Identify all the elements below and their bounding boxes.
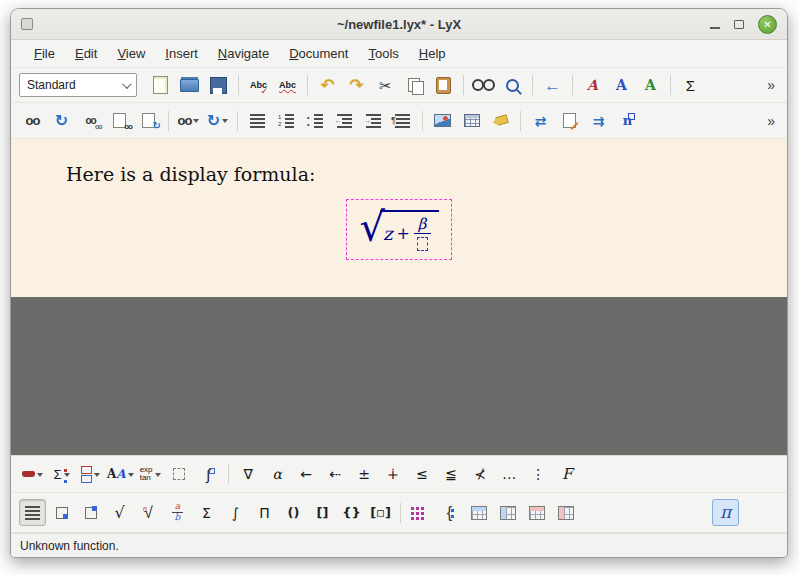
update-other-formats-dropdown[interactable]: ↻	[204, 107, 231, 134]
numbered-list-button[interactable]	[273, 107, 300, 134]
math-spacing-button[interactable]	[166, 461, 193, 488]
empty-placeholder-box[interactable]	[417, 237, 428, 251]
paragraph-align-button[interactable]	[244, 107, 271, 134]
menu-item-navigate[interactable]: Navigate	[209, 42, 278, 65]
dashed-arrow-button[interactable]: ⇠	[322, 461, 349, 488]
insert-note-button[interactable]: n	[614, 107, 641, 134]
new-document-button[interactable]	[147, 72, 174, 99]
add-row-button[interactable]	[465, 499, 492, 526]
brackets-button[interactable]: []	[309, 499, 336, 526]
display-formula-toggle[interactable]	[19, 499, 46, 526]
parentheses-button[interactable]: ()	[280, 499, 307, 526]
braces-button[interactable]: {}	[338, 499, 365, 526]
fraction-style-dropdown[interactable]	[77, 461, 104, 488]
math-function-dropdown[interactable]: exp tan	[137, 461, 164, 488]
math-font-dropdown[interactable]: AA	[106, 461, 135, 488]
continuous-spellcheck-button[interactable]: Abc	[274, 72, 301, 99]
close-button[interactable]: ✕	[758, 15, 777, 34]
ldots-button[interactable]: …	[496, 461, 523, 488]
insert-table-button[interactable]	[458, 107, 485, 134]
insert-graphics-button[interactable]	[429, 107, 456, 134]
superscript-button[interactable]	[77, 499, 104, 526]
integral-limits-button[interactable]: ∫	[195, 461, 222, 488]
view-master-button[interactable]	[77, 107, 104, 134]
view-other-formats-dropdown[interactable]	[175, 107, 202, 134]
big-operator-dropdown[interactable]: Σ	[48, 461, 75, 488]
delete-row-button[interactable]	[523, 499, 550, 526]
add-column-button[interactable]	[494, 499, 521, 526]
nth-root-button[interactable]: √	[135, 499, 162, 526]
math-decoration-dropdown[interactable]	[19, 461, 46, 488]
delimiters-button[interactable]: [▫]	[367, 499, 394, 526]
insert-label-button[interactable]	[487, 107, 514, 134]
fraction-button[interactable]	[164, 499, 191, 526]
edit-note-button[interactable]	[556, 107, 583, 134]
update-master-button[interactable]	[135, 107, 162, 134]
cut-button[interactable]: ✂	[372, 72, 399, 99]
document-paragraph[interactable]: Here is a display formula:	[11, 139, 787, 185]
menu-item-insert[interactable]: Insert	[156, 42, 207, 65]
calligraphic-font-button[interactable]: F	[554, 461, 581, 488]
product-button[interactable]: Π	[251, 499, 278, 526]
plus-minus-button[interactable]: ±	[351, 461, 378, 488]
integral-button[interactable]: ∫	[222, 499, 249, 526]
window-menu-icon[interactable]	[21, 18, 33, 30]
left-arrow-button[interactable]: ←	[293, 461, 320, 488]
spellcheck-button[interactable]: Abc	[245, 72, 272, 99]
copy-button[interactable]	[401, 72, 428, 99]
open-document-button[interactable]	[176, 72, 203, 99]
track-changes-button[interactable]: ⇄	[527, 107, 554, 134]
paragraph-settings-button[interactable]	[389, 107, 416, 134]
document-workarea[interactable]: Here is a display formula: √ z + β	[11, 139, 787, 455]
find-replace-button[interactable]	[470, 72, 497, 99]
noun-style-icon: A	[616, 78, 627, 92]
menu-item-edit[interactable]: Edit	[66, 42, 106, 65]
undo-button[interactable]: ↶	[314, 72, 341, 99]
cases-button[interactable]: {	[436, 499, 463, 526]
menu-item-view[interactable]: View	[108, 42, 154, 65]
matrix-button[interactable]	[407, 499, 434, 526]
decrease-depth-button[interactable]	[331, 107, 358, 134]
nabla-button[interactable]: ∇	[235, 461, 262, 488]
toggle-math-panels-button[interactable]: π	[712, 499, 739, 526]
sum-button[interactable]: Σ	[193, 499, 220, 526]
sqrt-button[interactable]: √	[106, 499, 133, 526]
apply-last-style-button[interactable]: A	[637, 72, 664, 99]
toolbar-overflow-button[interactable]: »	[763, 113, 779, 129]
paste-button[interactable]	[430, 72, 457, 99]
fraction-denominator	[417, 234, 428, 251]
menu-item-file[interactable]: File	[25, 42, 64, 65]
toolbar-overflow-button[interactable]: »	[763, 77, 779, 93]
next-change-button[interactable]: ⇉	[585, 107, 612, 134]
text-style-button[interactable]: A	[579, 72, 606, 99]
menu-item-tools[interactable]: Tools	[359, 42, 407, 65]
note-pencil-icon	[563, 113, 576, 128]
increase-depth-button[interactable]	[360, 107, 387, 134]
minimize-button[interactable]	[710, 27, 720, 29]
leqq-button[interactable]: ≦	[438, 461, 465, 488]
not-precedes-button[interactable]: ⊀	[467, 461, 494, 488]
update-view-button[interactable]: ↻	[48, 107, 75, 134]
dot-plus-button[interactable]: ∔	[380, 461, 407, 488]
clipboard-icon	[436, 77, 451, 94]
subscript-button[interactable]	[48, 499, 75, 526]
menu-item-help[interactable]: Help	[410, 42, 455, 65]
redo-button[interactable]: ↷	[343, 72, 370, 99]
noun-style-button[interactable]: A	[608, 72, 635, 99]
leq-button[interactable]: ≤	[409, 461, 436, 488]
math-inset[interactable]: √ z + β	[346, 199, 451, 260]
maximize-button[interactable]	[734, 20, 744, 29]
save-document-button[interactable]	[205, 72, 232, 99]
delete-column-button[interactable]	[552, 499, 579, 526]
greek-letter-button[interactable]: α	[264, 461, 291, 488]
view-document-button[interactable]	[19, 107, 46, 134]
document-page[interactable]: Here is a display formula: √ z + β	[11, 139, 787, 297]
paragraph-style-combobox[interactable]: Standard	[19, 73, 137, 97]
menu-item-document[interactable]: Document	[280, 42, 357, 65]
navigate-back-button[interactable]: ←	[539, 72, 566, 99]
zoom-button[interactable]	[499, 72, 526, 99]
vdots-button[interactable]: ⋮	[525, 461, 552, 488]
bullet-list-button[interactable]	[302, 107, 329, 134]
view-source-button[interactable]	[106, 107, 133, 134]
insert-math-button[interactable]: Σ	[677, 72, 704, 99]
